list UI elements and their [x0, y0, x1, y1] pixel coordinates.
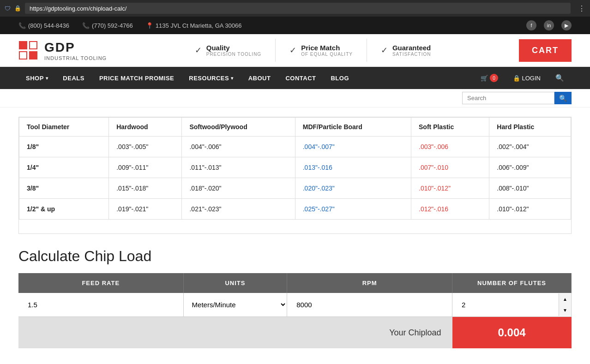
cell-diameter: 1/4" [19, 157, 109, 178]
table-row: 3/8".015"-.018".018"-.020".020"-.023".01… [19, 178, 571, 199]
browser-bar: 🛡 🔒 ⋮ [0, 0, 590, 17]
nav-resources-caret: ▾ [231, 76, 234, 81]
feed-rate-input[interactable] [18, 293, 183, 316]
calc-title: Calculate Chip Load [18, 248, 572, 265]
cell-diameter: 1/2" & up [19, 199, 109, 220]
phone1-icon: 📞 [18, 22, 26, 29]
badge-price-main: Price Match [301, 44, 353, 52]
header-badges: ✓ Quality PRECISION TOOLING ✓ Price Matc… [195, 39, 431, 62]
cell-value: .010"-.012" [489, 199, 571, 220]
nav-item-resources[interactable]: RESOURCES ▾ [181, 68, 241, 89]
nav-item-shop[interactable]: SHOP ▾ [18, 68, 55, 89]
cell-value: .025"-.027" [295, 199, 411, 220]
cell-value: .015"-.018" [109, 178, 182, 199]
search-row: 🔍 [0, 89, 590, 107]
nav-cart-item[interactable]: 🛒 0 [473, 67, 506, 89]
location-icon: 📍 [146, 22, 153, 29]
nav-price-match-label: PRICE MATCH PROMISE [99, 75, 174, 82]
browser-menu-icon[interactable]: ⋮ [578, 4, 585, 13]
nav-item-price-match[interactable]: PRICE MATCH PROMISE [92, 68, 181, 89]
phone2-item[interactable]: 📞 (770) 592-4766 [82, 22, 133, 29]
url-bar[interactable] [25, 3, 571, 14]
flutes-cell: ▲ ▼ [452, 293, 572, 317]
phone2-icon: 📞 [82, 22, 90, 29]
col-hardwood: Hardwood [109, 118, 182, 137]
top-bar: 📞 (800) 544-8436 📞 (770) 592-4766 📍 1135… [0, 17, 590, 34]
search-submit-button[interactable]: 🔍 [554, 92, 572, 104]
address-text: 1135 JVL Ct Marietta, GA 30066 [156, 22, 242, 29]
cell-value: .004"-.006" [182, 137, 295, 157]
search-wrap: 🔍 [462, 92, 572, 104]
price-check-icon: ✓ [289, 45, 296, 55]
nav-search-button[interactable]: 🔍 [548, 67, 572, 89]
calc-table: FEED RATE UNITS RPM NUMBER OF FLUTES Met… [18, 273, 572, 348]
units-cell: Meters/Minute Inches/Minute Feet/Minute [183, 293, 287, 317]
site-header: GDP INDUSTRIAL TOOLING ✓ Quality PRECISI… [0, 34, 590, 67]
rpm-input[interactable] [287, 293, 452, 316]
flutes-up-button[interactable]: ▲ [559, 293, 571, 305]
cell-diameter: 3/8" [19, 178, 109, 199]
badge-guaranteed-sub: SATISFACTION [392, 52, 431, 57]
cell-value: .003"-.005" [109, 137, 182, 157]
cell-value: .013"-.016 [295, 157, 411, 178]
facebook-icon[interactable]: f [526, 20, 536, 30]
nav-login-label: LOGIN [522, 75, 541, 82]
linkedin-icon[interactable]: in [544, 20, 554, 30]
rpm-cell [287, 293, 452, 317]
logo-graphic [18, 41, 41, 60]
nav-item-contact[interactable]: CONTACT [278, 68, 323, 89]
badge-price-sub: OF EQUAL QUALITY [301, 52, 353, 57]
col-hard-plastic: Hard Plastic [489, 118, 571, 137]
badge-price-match: ✓ Price Match OF EQUAL QUALITY [289, 44, 353, 57]
flutes-spinner: ▲ ▼ [559, 293, 571, 316]
search-icon: 🔍 [555, 74, 564, 82]
units-select[interactable]: Meters/Minute Inches/Minute Feet/Minute [184, 293, 287, 316]
nav-about-label: ABOUT [248, 75, 271, 82]
table-header-row: Tool Diameter Hardwood Softwood/Plywood … [19, 118, 571, 137]
cell-value: .011"-.013" [182, 157, 295, 178]
result-row: Your Chipload 0.004 [18, 317, 572, 349]
cell-value: .002"-.004" [489, 137, 571, 157]
flutes-input[interactable] [452, 293, 559, 316]
nav-blog-label: BLOG [331, 75, 349, 82]
cart-button[interactable]: CART [519, 39, 572, 62]
table-row: 1/2" & up.019"-.021".021"-.023".025"-.02… [19, 199, 571, 220]
calc-header-row: FEED RATE UNITS RPM NUMBER OF FLUTES [18, 273, 572, 293]
cell-value: .020"-.023" [295, 178, 411, 199]
calc-col-flutes: NUMBER OF FLUTES [452, 273, 572, 293]
nav-item-deals[interactable]: DEALS [55, 68, 92, 89]
social-links: f in ▶ [526, 20, 572, 30]
cell-value: .018"-.020" [182, 178, 295, 199]
nav-contact-label: CONTACT [285, 75, 316, 82]
badge-quality-main: Quality [206, 44, 261, 52]
browser-actions[interactable]: ⋮ [578, 4, 585, 13]
badge-guaranteed-main: Guaranteed [392, 44, 431, 52]
nav-login-item[interactable]: 🔒 LOGIN [506, 68, 548, 89]
shield-icon: 🛡 [5, 5, 11, 12]
flutes-down-button[interactable]: ▼ [559, 305, 571, 316]
cell-value: .021"-.023" [182, 199, 295, 220]
cell-value: .019"-.021" [109, 199, 182, 220]
quality-check-icon: ✓ [195, 45, 202, 55]
calculator-section: Calculate Chip Load FEED RATE UNITS RPM … [18, 248, 572, 348]
cell-diameter: 1/8" [19, 137, 109, 157]
cart-count: 0 [490, 74, 498, 82]
nav-item-about[interactable]: ABOUT [241, 68, 278, 89]
cell-value: .008"-.010" [489, 178, 571, 199]
phone1-item[interactable]: 📞 (800) 544-8436 [18, 22, 69, 29]
col-mdf: MDF/Particle Board [295, 118, 411, 137]
col-softwood: Softwood/Plywood [182, 118, 295, 137]
cell-value: .006"-.009" [489, 157, 571, 178]
youtube-icon[interactable]: ▶ [561, 20, 572, 30]
nav-item-blog[interactable]: BLOG [323, 68, 356, 89]
logo-area[interactable]: GDP INDUSTRIAL TOOLING [18, 40, 107, 61]
logo-sub-text: INDUSTRIAL TOOLING [44, 55, 107, 61]
flutes-wrap: ▲ ▼ [452, 293, 571, 316]
chipload-table: Tool Diameter Hardwood Softwood/Plywood … [19, 117, 571, 220]
cell-value: .010"-.012" [411, 178, 489, 199]
chipload-table-wrapper: Tool Diameter Hardwood Softwood/Plywood … [18, 117, 572, 234]
search-input[interactable] [462, 92, 554, 104]
calc-col-feed-rate: FEED RATE [18, 273, 183, 293]
logo-company-name: GDP [44, 40, 107, 55]
cell-value: .007"-.010 [411, 157, 489, 178]
